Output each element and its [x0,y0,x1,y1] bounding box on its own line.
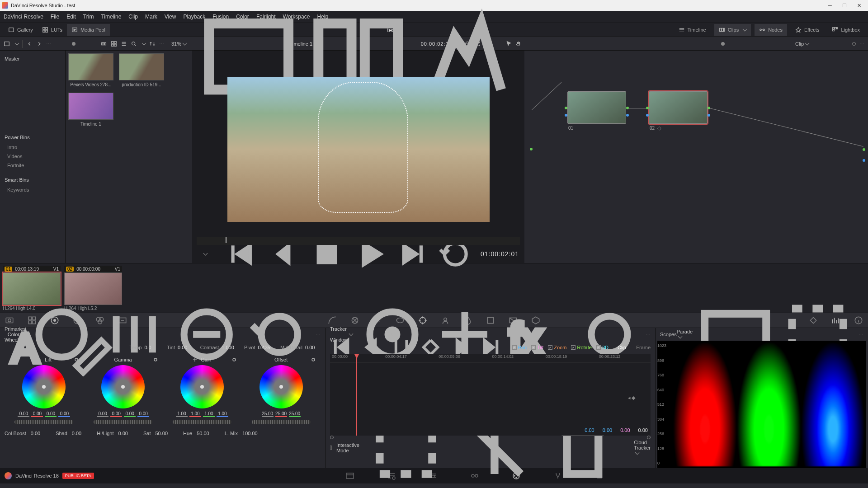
palette-curves-icon[interactable] [327,315,337,325]
jog-wheel[interactable] [252,420,311,424]
stills-dropdown[interactable] [14,41,19,47]
wheel-val[interactable]: 1.00 [189,411,201,417]
media-clip[interactable]: production ID 519... [119,53,164,87]
page-media-icon[interactable] [345,471,355,481]
menu-mark[interactable]: Mark [145,14,157,20]
tab-luts[interactable]: LUTs [38,24,67,36]
reset-icon[interactable] [153,357,158,362]
wheel-val[interactable]: 25.00 [275,411,287,417]
color-wheel[interactable] [101,365,145,408]
powerbins-header[interactable]: Power Bins [3,132,62,143]
bin-fortnite[interactable]: Fortnite [3,161,62,170]
jog-wheel[interactable] [14,420,73,424]
palette-magic-mask-icon[interactable] [440,315,450,325]
reset-icon[interactable] [311,357,316,362]
menu-file[interactable]: File [51,14,59,20]
wheel-val[interactable]: 0.00 [137,411,149,417]
master-bin[interactable]: Master [3,53,62,64]
menu-clip[interactable]: Clip [128,14,138,20]
page-fusion-icon[interactable] [470,471,480,481]
adjust-value[interactable]: 0.00 [72,431,81,436]
track-pan-toggle[interactable]: Pan [512,345,527,350]
interactive-mode-label[interactable]: Interactive Mode [336,442,359,453]
palette-rgb-mixer-icon[interactable] [95,315,105,325]
crosshair-icon[interactable] [193,357,197,362]
viewer-scrubber[interactable] [197,237,520,245]
tab-lightbox[interactable]: Lightbox [827,24,864,36]
palette-keyframes-icon[interactable] [808,315,818,325]
wheel-val[interactable]: 0.00 [31,411,43,417]
tab-mediapool[interactable]: Media Pool [67,24,110,36]
wheel-val[interactable]: 1.00 [203,411,215,417]
media-clip[interactable]: Pexels Videos 278... [68,53,113,87]
tracker-playhead[interactable] [356,354,357,436]
jog-wheel[interactable] [94,420,152,424]
menu-timeline[interactable]: Timeline [101,14,121,20]
page-color-icon[interactable] [511,471,521,481]
wheels-more[interactable]: ⋯ [316,332,321,338]
graph-input-pin[interactable] [530,148,533,150]
wheel-val[interactable]: 0.00 [18,411,29,417]
adjust-value[interactable]: 0.00 [118,431,128,436]
close-button[interactable]: ✕ [852,0,866,11]
tracker-mode-clip[interactable]: Clip [618,345,626,350]
search-dropdown[interactable] [141,41,146,47]
tab-gallery[interactable]: Gallery [4,24,38,36]
tracker-mode-frame[interactable]: Frame [636,345,651,350]
node-graph[interactable]: 01 02 ◌ [524,51,868,249]
nav-prev-icon[interactable] [26,41,33,47]
track-3d-toggle[interactable]: 3D [596,345,609,350]
smartbins-header[interactable]: Smart Bins [3,174,62,185]
reset-icon[interactable] [74,357,79,362]
page-cut-icon[interactable] [387,471,396,481]
wheel-val[interactable]: 0.00 [124,411,136,417]
tab-timeline[interactable]: Timeline [674,24,711,36]
view-thumb-strip-icon[interactable] [101,41,107,47]
color-wheel[interactable] [22,365,66,408]
graph-output-pin[interactable] [863,148,865,151]
node-more[interactable]: ⋯ [859,41,864,47]
node-02[interactable]: 02 ◌ [649,91,708,131]
menu-edit[interactable]: Edit [66,14,76,20]
adjust-value[interactable]: 0.00 [305,345,321,350]
reset-icon[interactable] [231,357,237,362]
palette-qualifier-icon[interactable] [373,315,382,325]
adjust-value[interactable]: 0.0 [144,345,160,350]
palette-motion-icon[interactable] [118,315,127,325]
page-edit-icon[interactable] [428,471,438,481]
track-tilt-toggle[interactable]: Tilt [531,345,543,350]
wheel-val[interactable]: 0.00 [110,411,122,417]
viewer-zoom[interactable]: 31% [171,41,186,47]
color-wheel[interactable] [180,365,224,408]
palette-color-match-icon[interactable] [27,315,37,325]
search-icon[interactable] [131,41,137,47]
bin-videos[interactable]: Videos [3,152,62,161]
palette-blur-icon[interactable] [463,315,473,325]
palette-hdr-icon[interactable] [72,315,82,325]
tracker-more[interactable]: ⋯ [646,332,651,338]
maximize-button[interactable]: ☐ [837,0,852,11]
adjust-value[interactable]: 0.00 [178,345,193,350]
palette-sizing-icon[interactable] [508,315,518,325]
tab-clips[interactable]: Clips [714,24,751,36]
tracker-graph[interactable]: 00:00:00 00:00:04:17 00:00:09:09 00:00:1… [330,354,651,436]
palette-info-icon[interactable] [854,315,863,325]
menu-resolve[interactable]: DaVinci Resolve [4,14,43,20]
tab-nodes[interactable]: Nodes [755,24,787,36]
bin-intro[interactable]: Intro [3,143,62,152]
more-options[interactable]: ⋯ [159,41,164,47]
nav-next-icon[interactable] [36,41,42,47]
media-clip[interactable]: Timeline 1 [68,93,113,127]
track-rotate-toggle[interactable]: Rotate [571,345,591,350]
track-zoom-toggle[interactable]: Zoom [548,345,566,350]
adjust-value[interactable]: 100.00 [242,431,258,436]
adjust-value[interactable]: 0.435 [258,345,273,350]
stills-icon[interactable] [4,41,10,47]
minimize-button[interactable]: ─ [823,0,837,11]
wheel-val[interactable]: 1.00 [217,411,228,417]
color-wheel[interactable] [259,365,303,408]
jog-wheel[interactable] [173,420,231,424]
scopes-mode-selector[interactable]: Parade [677,329,693,340]
tab-effects[interactable]: Effects [791,24,824,36]
menu-trim[interactable]: Trim [83,14,94,20]
